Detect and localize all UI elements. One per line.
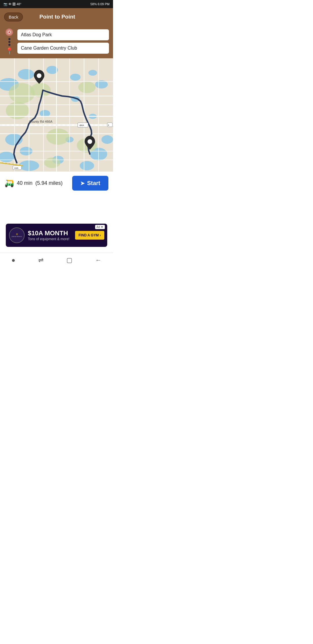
svg-text:4: 4 xyxy=(108,124,109,126)
ad-banner[interactable]: Ad ▼ ⚙ planet fitness $10A MONTH Tons of… xyxy=(6,224,107,247)
status-info: 58% 6:09 PM xyxy=(90,2,110,6)
svg-point-19 xyxy=(9,83,35,103)
nav-menu-icon[interactable]: ⇌ xyxy=(38,256,43,264)
dot-3 xyxy=(8,44,10,46)
status-icons: 📷 👁 🖼 48° xyxy=(3,2,21,6)
dot-2 xyxy=(8,41,10,43)
svg-point-2 xyxy=(18,69,34,79)
svg-text:County Rd 466A: County Rd 466A xyxy=(29,120,52,123)
ad-label: Ad ▼ xyxy=(95,225,105,229)
trip-duration: 40 min xyxy=(17,180,32,186)
ad-logo: ⚙ planet fitness xyxy=(8,227,26,244)
dot-line xyxy=(8,38,10,46)
origin-input[interactable] xyxy=(17,29,109,40)
trip-distance: (5.94 miles) xyxy=(35,180,63,186)
golf-cart-icon: 🛺 xyxy=(5,179,14,188)
ad-subtext: Tons of equipment & more! xyxy=(28,237,75,241)
svg-point-12 xyxy=(80,161,94,170)
svg-point-52 xyxy=(88,139,92,144)
ad-text: $10A MONTH Tons of equipment & more! xyxy=(28,229,75,241)
svg-point-5 xyxy=(88,70,97,76)
origin-dot-inner xyxy=(8,31,11,34)
status-right: 58% 6:09 PM xyxy=(90,2,110,6)
svg-text:44A: 44A xyxy=(79,124,84,127)
svg-point-4 xyxy=(70,74,81,81)
svg-point-51 xyxy=(37,73,41,78)
svg-point-25 xyxy=(44,158,60,168)
svg-point-21 xyxy=(30,83,51,97)
nav-bar: ● ⇌ ▢ ← xyxy=(0,253,113,269)
dot-1 xyxy=(8,38,10,40)
destination-input[interactable] xyxy=(17,43,109,54)
page-title: Point to Point xyxy=(23,14,92,20)
input-area: 📍 xyxy=(0,26,113,58)
back-button[interactable]: Back xyxy=(4,12,23,21)
svg-point-22 xyxy=(78,82,96,93)
ad-logo-circle: ⚙ planet fitness xyxy=(9,227,25,243)
status-bar: 📷 👁 🖼 48° 58% 6:09 PM xyxy=(0,0,113,8)
bottom-info: 🛺 40 min (5.94 miles) ➤ Start xyxy=(0,171,113,195)
svg-text:44A: 44A xyxy=(14,167,19,169)
start-label: Start xyxy=(87,180,100,187)
spacer xyxy=(0,195,113,224)
nav-square-icon[interactable]: ▢ xyxy=(66,256,72,264)
ad-cta-button[interactable]: FIND A GYM › xyxy=(75,231,104,240)
map-svg: County Rd 466A 44A 44A 4 xyxy=(0,58,113,171)
svg-point-23 xyxy=(46,129,70,145)
map-container[interactable]: County Rd 466A 44A 44A 4 xyxy=(0,58,113,171)
header: Back Point to Point xyxy=(0,8,113,26)
start-arrow-icon: ➤ xyxy=(80,180,85,187)
status-left: 📷 👁 🖼 48° xyxy=(3,2,21,6)
inputs-col xyxy=(17,29,109,54)
svg-point-14 xyxy=(101,135,113,144)
origin-dot xyxy=(6,28,13,36)
destination-pin-icon: 📍 xyxy=(6,48,13,54)
route-icons: 📍 xyxy=(4,28,14,54)
start-button[interactable]: ➤ Start xyxy=(72,176,108,191)
nav-home-icon[interactable]: ● xyxy=(11,256,15,264)
nav-back-icon[interactable]: ← xyxy=(95,256,102,264)
trip-info: 🛺 40 min (5.94 miles) xyxy=(5,179,63,188)
svg-point-15 xyxy=(40,110,50,117)
ad-price: $10A MONTH xyxy=(28,229,75,237)
ad-price-unit: A MONTH xyxy=(39,229,68,237)
